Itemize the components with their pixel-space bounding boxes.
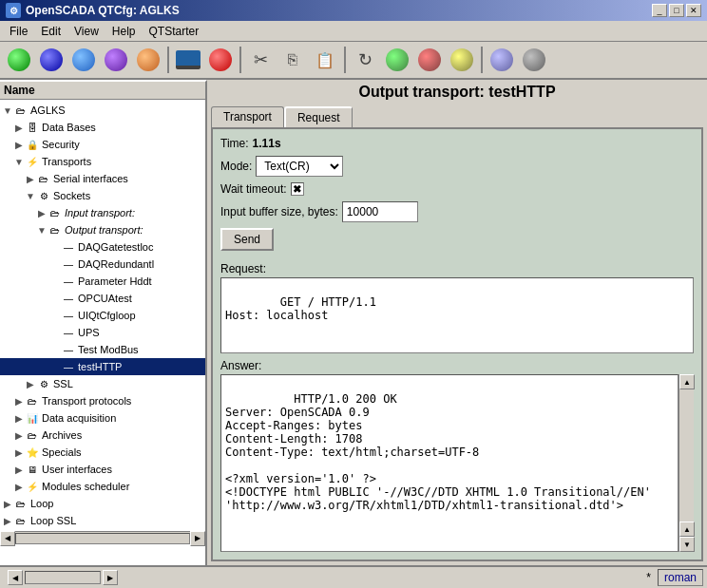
- blue-icon: [40, 48, 63, 71]
- tree-item-testmodbus[interactable]: — Test ModBus: [0, 341, 205, 358]
- expand-transports: ▼: [13, 157, 25, 167]
- expand-databases: ▶: [13, 123, 25, 133]
- tree-hscroll[interactable]: ◀ ▶: [0, 531, 205, 544]
- menu-qtstarter[interactable]: QTStarter: [143, 23, 205, 40]
- tree-item-uiqtcfgloop[interactable]: — UIQtCfgloop: [0, 307, 205, 324]
- menu-edit[interactable]: Edit: [35, 23, 67, 40]
- scroll-track: [679, 389, 694, 522]
- tree-label-opcua: OPCUAtest: [78, 293, 132, 304]
- tree-label-output-transport: Output transport:: [65, 224, 143, 236]
- settings-icon: [523, 48, 545, 71]
- toolbar-btn-paste[interactable]: 📋: [310, 45, 340, 75]
- expand-input-transport: ▶: [36, 208, 48, 218]
- answer-vscroll[interactable]: ▲ ▲ ▼: [678, 374, 694, 552]
- answer-label: Answer:: [220, 359, 694, 372]
- tree-item-opcuatest[interactable]: — OPCUAtest: [0, 290, 205, 307]
- toolbar-sep-4: [481, 47, 483, 73]
- tab-request[interactable]: Request: [284, 106, 353, 127]
- mode-select[interactable]: Text(CR) Text(LF) Text(CRLF) Binary: [256, 156, 343, 177]
- loop-ssl-icon: 🗁: [13, 514, 29, 527]
- expand-serial: ▶: [25, 174, 36, 184]
- tree-item-user-interfaces[interactable]: ▶ 🖥 User interfaces: [0, 461, 205, 478]
- tree-scroll-track[interactable]: [15, 533, 190, 544]
- input-buffer-row: Input buffer size, bytes:: [220, 201, 694, 222]
- tree-label-security: Security: [42, 139, 80, 150]
- toolbar-btn-play[interactable]: [382, 45, 412, 75]
- toolbar-btn-monitor[interactable]: [173, 45, 203, 75]
- send-button[interactable]: Send: [220, 228, 274, 251]
- toolbar-btn-info[interactable]: [447, 45, 477, 75]
- hscroll-right[interactable]: ▶: [103, 570, 118, 585]
- toolbar-btn-search[interactable]: [487, 45, 517, 75]
- toolbar-btn-refresh[interactable]: ↻: [350, 45, 380, 75]
- tree-item-ssl[interactable]: ▶ ⚙ SSL: [0, 375, 205, 392]
- tree-item-transports[interactable]: ▼ ⚡ Transports: [0, 153, 205, 170]
- tree-item-loop-ssl[interactable]: ▶ 🗁 Loop SSL: [0, 512, 205, 529]
- toolbar-btn-2[interactable]: [36, 45, 67, 75]
- tree-label-specials: Specials: [42, 446, 82, 458]
- left-panel: Name ▼ 🗁 AGLKS ▶ 🗄 Data Bases ▶ 🔒 Securi…: [0, 80, 207, 565]
- tree-item-daqredundantl[interactable]: — DAQRedundantl: [0, 256, 205, 273]
- answer-text-area[interactable]: HTTP/1.0 200 OK Server: OpenSCADA 0.9 Ac…: [220, 374, 678, 552]
- scroll-down[interactable]: ▼: [679, 537, 695, 552]
- tree-item-sockets[interactable]: ▼ ⚙ Sockets: [0, 187, 205, 204]
- tree-item-transport-protocols[interactable]: ▶ 🗁 Transport protocols: [0, 392, 205, 409]
- tree-item-testhttp[interactable]: — testHTTP: [0, 358, 205, 375]
- tree-item-input-transport[interactable]: ▶ 🗁 Input transport:: [0, 204, 205, 221]
- toolbar-btn-1[interactable]: [4, 45, 34, 75]
- toolbar-btn-fwd[interactable]: [133, 45, 163, 75]
- tree-item-specials[interactable]: ▶ ⭐ Specials: [0, 444, 205, 461]
- main-area: Name ▼ 🗁 AGLKS ▶ 🗄 Data Bases ▶ 🔒 Securi…: [0, 80, 707, 565]
- toolbar-btn-copy[interactable]: ⎘: [277, 45, 308, 75]
- menu-bar: File Edit View Help QTStarter: [0, 21, 707, 42]
- db-icon: 🗄: [25, 121, 40, 134]
- tree-item-security[interactable]: ▶ 🔒 Security: [0, 136, 205, 153]
- expand-security: ▶: [13, 140, 25, 150]
- tree-item-archives[interactable]: ▶ 🗁 Archives: [0, 427, 205, 444]
- tree-item-aglks[interactable]: ▼ 🗁 AGLKS: [0, 102, 205, 119]
- tree-item-ups[interactable]: — UPS: [0, 324, 205, 341]
- tree-item-parameterhddt[interactable]: — Parameter Hddt: [0, 273, 205, 290]
- menu-help[interactable]: Help: [106, 23, 142, 40]
- tree-item-data-acquisition[interactable]: ▶ 📊 Data acquisition: [0, 409, 205, 427]
- time-row: Time: 1.11s: [220, 137, 694, 150]
- play-icon: [386, 48, 409, 71]
- toolbar-btn-stop[interactable]: [414, 45, 445, 75]
- tree-scroll-right[interactable]: ▶: [190, 531, 205, 546]
- close-button[interactable]: ✕: [686, 4, 701, 17]
- tree-scroll-left[interactable]: ◀: [0, 531, 15, 546]
- tree-item-modules-scheduler[interactable]: ▶ ⚡ Modules scheduler: [0, 478, 205, 495]
- tree-item-serial[interactable]: ▶ 🗁 Serial interfaces: [0, 170, 205, 187]
- menu-file[interactable]: File: [4, 23, 33, 40]
- time-label: Time:: [220, 137, 249, 150]
- toolbar-btn-back[interactable]: [101, 45, 131, 75]
- hscroll-track[interactable]: [25, 571, 101, 584]
- tab-transport[interactable]: Transport: [211, 106, 284, 127]
- wait-timeout-checkbox[interactable]: ✖: [291, 182, 304, 196]
- input-buffer-field[interactable]: [342, 201, 418, 222]
- maximize-button[interactable]: □: [669, 4, 684, 17]
- minimize-button[interactable]: _: [652, 4, 667, 17]
- toolbar-sep-1: [167, 47, 169, 73]
- menu-view[interactable]: View: [68, 23, 105, 40]
- tree-item-daqgatetestloc[interactable]: — DAQGatetestloc: [0, 238, 205, 256]
- hscroll-left[interactable]: ◀: [8, 570, 23, 585]
- tree-item-output-transport[interactable]: ▼ 🗁 Output transport:: [0, 221, 205, 238]
- toolbar-btn-settings[interactable]: [519, 45, 549, 75]
- scroll-down-mid[interactable]: ▲: [679, 522, 695, 537]
- toolbar-btn-up[interactable]: [68, 45, 99, 75]
- time-value: 1.11s: [253, 137, 281, 150]
- toolbar-btn-cut[interactable]: ✂: [245, 45, 276, 75]
- shield-icon: 🔒: [25, 138, 40, 151]
- tabs: Transport Request: [211, 106, 703, 127]
- user-badge: roman: [658, 569, 703, 586]
- toolbar-btn-flag[interactable]: [205, 45, 236, 75]
- tree-item-databases[interactable]: ▶ 🗄 Data Bases: [0, 119, 205, 136]
- scroll-up[interactable]: ▲: [679, 374, 695, 389]
- mode-label: Mode:: [220, 160, 252, 173]
- folder4-icon: 🗁: [48, 223, 63, 237]
- request-area[interactable]: GET / HTTP/1.1 Host: localhost: [220, 277, 694, 353]
- tree-item-loop[interactable]: ▶ 🗁 Loop: [0, 495, 205, 512]
- copy-icon: ⎘: [288, 51, 297, 68]
- modules-icon: ⚡: [25, 480, 40, 493]
